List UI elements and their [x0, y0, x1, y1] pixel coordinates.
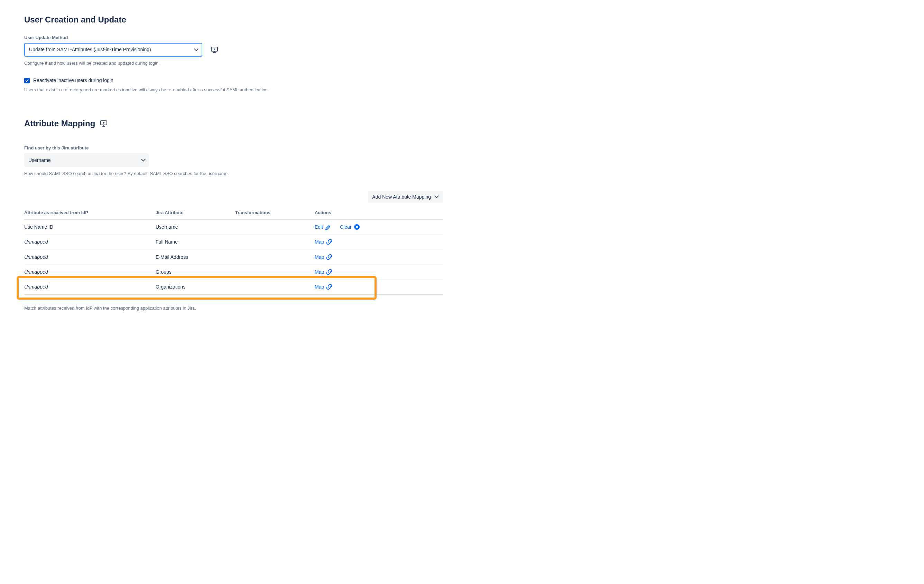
link-icon [326, 269, 332, 275]
cell-actions: Map [315, 280, 443, 295]
map-action-label: Map [315, 253, 324, 261]
attribute-mapping-footer-help: Match attributes received from IdP with … [24, 305, 443, 312]
cell-idp: Unmapped [24, 264, 156, 279]
attribute-mapping-table: Attribute as received from IdP Jira Attr… [24, 206, 443, 295]
screen-play-icon[interactable] [211, 46, 218, 53]
cell-transformations [235, 264, 315, 279]
chevron-down-icon [195, 48, 198, 51]
map-action[interactable]: Map [315, 253, 332, 261]
cell-transformations [235, 219, 315, 235]
reactivate-help: Users that exist in a directory and are … [24, 87, 443, 93]
user-update-method-label: User Update Method [24, 35, 443, 41]
attribute-mapping-title-text: Attribute Mapping [24, 117, 95, 130]
cell-jira: Groups [156, 264, 235, 279]
cell-transformations [235, 235, 315, 250]
cell-idp: Unmapped [24, 250, 156, 264]
table-row: UnmappedOrganizationsMap [24, 280, 443, 295]
cell-actions: Map [315, 250, 443, 264]
table-row: UnmappedE-Mail AddressMap [24, 250, 443, 264]
chevron-down-icon [142, 159, 145, 162]
cell-idp: Unmapped [24, 235, 156, 250]
find-user-label: Find user by this Jira attribute [24, 145, 443, 152]
pencil-icon [325, 224, 331, 230]
map-action[interactable]: Map [315, 238, 332, 245]
clear-action[interactable]: Clear [340, 223, 360, 230]
add-new-attribute-mapping-button[interactable]: Add New Attribute Mapping [368, 191, 443, 203]
cell-transformations [235, 250, 315, 264]
map-action[interactable]: Map [315, 283, 332, 290]
col-header-jira: Jira Attribute [156, 206, 235, 219]
link-icon [326, 284, 332, 290]
clear-icon [354, 224, 360, 230]
section-attribute-mapping-title: Attribute Mapping [24, 117, 107, 130]
cell-idp: Use Name ID [24, 219, 156, 235]
edit-action[interactable]: Edit [315, 223, 331, 230]
screen-play-icon[interactable] [100, 120, 107, 127]
map-action-label: Map [315, 268, 324, 275]
link-icon [326, 239, 332, 245]
map-action-label: Map [315, 283, 324, 290]
cell-jira: Username [156, 219, 235, 235]
reactivate-checkbox-label: Reactivate inactive users during login [33, 77, 114, 84]
cell-actions: Map [315, 235, 443, 250]
section-user-creation-title: User Creation and Update [24, 14, 443, 26]
user-update-method-select[interactable]: Update from SAML-Attributes (Just-in-Tim… [24, 43, 202, 57]
cell-jira: Organizations [156, 280, 235, 295]
cell-idp: Unmapped [24, 280, 156, 295]
cell-actions: Map [315, 264, 443, 279]
table-row: Use Name IDUsernameEditClear [24, 219, 443, 235]
col-header-idp: Attribute as received from IdP [24, 206, 156, 219]
clear-action-label: Clear [340, 223, 351, 230]
user-update-method-value: Update from SAML-Attributes (Just-in-Tim… [29, 46, 151, 53]
reactivate-checkbox[interactable] [24, 78, 30, 83]
find-user-select[interactable]: Username [24, 153, 149, 167]
cell-jira: Full Name [156, 235, 235, 250]
cell-jira: E-Mail Address [156, 250, 235, 264]
user-update-method-help: Configure if and how users will be creat… [24, 60, 443, 67]
col-header-transformations: Transformations [235, 206, 315, 219]
cell-actions: EditClear [315, 219, 443, 235]
map-action-label: Map [315, 238, 324, 245]
table-row: UnmappedGroupsMap [24, 264, 443, 279]
cell-transformations [235, 280, 315, 295]
add-new-attribute-mapping-label: Add New Attribute Mapping [372, 194, 431, 200]
map-action[interactable]: Map [315, 268, 332, 275]
find-user-help: How should SAML SSO search in Jira for t… [24, 170, 443, 177]
link-icon [326, 254, 332, 260]
chevron-down-icon [435, 195, 439, 199]
find-user-value: Username [28, 157, 51, 164]
col-header-actions: Actions [315, 206, 443, 219]
table-row: UnmappedFull NameMap [24, 235, 443, 250]
edit-action-label: Edit [315, 223, 323, 230]
